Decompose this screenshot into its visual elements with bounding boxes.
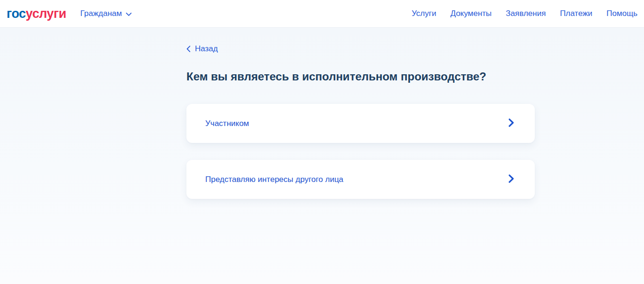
- back-link-label: Назад: [195, 44, 218, 54]
- nav-item-pomoshch[interactable]: Помощь: [606, 9, 637, 18]
- logo-text-red: услуги: [26, 7, 66, 21]
- option-card-representative[interactable]: Представляю интересы другого лица: [186, 160, 535, 199]
- logo-text-blue: гос: [7, 7, 26, 21]
- back-link[interactable]: Назад: [186, 44, 218, 54]
- option-card-participant[interactable]: Участником: [186, 104, 535, 143]
- chevron-right-icon: [508, 174, 514, 185]
- nav-item-platezhi[interactable]: Платежи: [560, 9, 592, 18]
- nav-item-uslugi[interactable]: Услуги: [411, 9, 436, 18]
- main-content: Назад Кем вы являетесь в исполнительном …: [0, 28, 644, 284]
- option-label: Представляю интересы другого лица: [205, 175, 343, 184]
- option-label: Участником: [205, 119, 249, 128]
- nav-item-zayavleniya[interactable]: Заявления: [506, 9, 546, 18]
- page-title: Кем вы являетесь в исполнительном произв…: [186, 69, 535, 84]
- nav-item-dokumenty[interactable]: Документы: [451, 9, 492, 18]
- chevron-right-icon: [508, 118, 514, 129]
- chevron-down-icon: [126, 11, 132, 16]
- gosuslugi-logo[interactable]: госуслуги: [7, 8, 66, 20]
- audience-dropdown[interactable]: Гражданам: [80, 9, 132, 18]
- header: госуслуги Гражданам Услуги Документы Зая…: [0, 0, 644, 28]
- main-nav: Услуги Документы Заявления Платежи Помощ…: [411, 9, 637, 18]
- audience-dropdown-label: Гражданам: [80, 9, 122, 18]
- chevron-left-icon: [186, 46, 191, 52]
